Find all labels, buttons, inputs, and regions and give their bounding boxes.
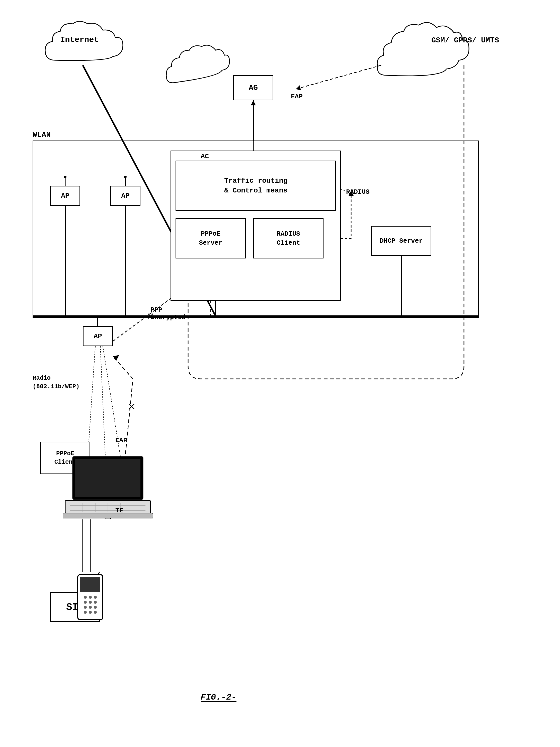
ag-label: AG (249, 83, 258, 92)
ap1-box: AP (50, 186, 80, 206)
ppp-encrypted-label: PPPencrypted (151, 306, 186, 321)
ap3-box: AP (83, 326, 113, 346)
radius-client-box: RADIUSClient (253, 218, 323, 258)
svg-marker-26 (113, 355, 119, 360)
laptop-icon (63, 454, 153, 519)
ag-box: AG (233, 75, 273, 100)
diagram-container: Internet GSM/ GPRS/ UMTS WLAN AG AC Traf… (25, 15, 527, 693)
svg-rect-45 (63, 513, 153, 518)
svg-point-51 (84, 601, 87, 604)
svg-line-4 (296, 65, 381, 89)
svg-marker-3 (251, 100, 256, 105)
svg-rect-47 (80, 577, 100, 592)
ap2-box: AP (110, 186, 140, 206)
wlan-label: WLAN (33, 130, 51, 139)
svg-marker-5 (296, 85, 301, 90)
traffic-routing-box: Traffic routing& Control means (176, 161, 336, 211)
svg-point-49 (89, 596, 92, 599)
svg-point-54 (84, 606, 87, 609)
eap-bottom-label: EAP (115, 437, 127, 444)
radius-client-label: RADIUSClient (276, 229, 300, 248)
svg-line-24 (100, 346, 105, 457)
eap-top-label: EAP (291, 93, 303, 100)
svg-point-48 (84, 596, 87, 599)
svg-point-52 (89, 601, 92, 604)
ap2-label: AP (121, 192, 130, 200)
svg-point-56 (94, 606, 97, 609)
ap1-label: AP (61, 192, 70, 200)
te-label: TE (115, 507, 123, 514)
svg-point-58 (89, 611, 92, 614)
svg-point-55 (89, 606, 92, 609)
svg-point-11 (64, 176, 66, 178)
dhcp-server-box: DHCP Server (371, 226, 431, 256)
svg-point-53 (94, 601, 97, 604)
radio-label: Radio(802.11b/WEP) (33, 374, 80, 391)
svg-line-23 (88, 346, 95, 457)
pppoe-server-box: PPPoEServer (176, 218, 246, 258)
traffic-routing-label: Traffic routing& Control means (224, 176, 287, 196)
lan-bus (33, 316, 479, 318)
svg-point-59 (94, 611, 97, 614)
svg-point-50 (94, 596, 97, 599)
svg-rect-33 (75, 459, 140, 497)
ac-label: AC (201, 153, 209, 160)
ap3-label: AP (94, 333, 102, 340)
radius-label: RADIUS (346, 188, 370, 196)
fig-label: FIG.-2- (201, 693, 237, 702)
svg-point-14 (124, 176, 127, 178)
svg-point-57 (84, 611, 87, 614)
pppoe-server-label: PPPoEServer (199, 229, 222, 248)
internet-label: Internet (60, 35, 99, 45)
gsm-label: GSM/ GPRS/ UMTS (431, 35, 499, 46)
sim-phone-icon (75, 572, 105, 622)
dhcp-server-label: DHCP Server (380, 236, 423, 246)
